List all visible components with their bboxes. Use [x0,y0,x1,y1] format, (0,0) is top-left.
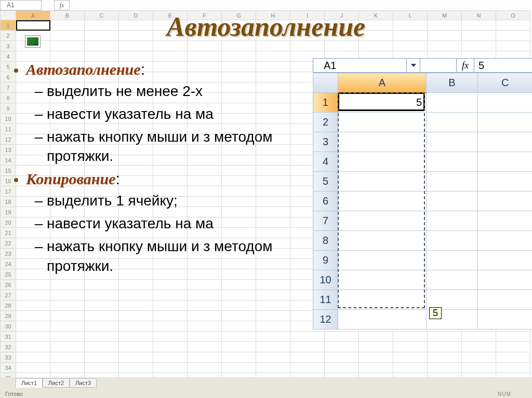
chevron-down-icon [411,64,416,67]
mini-cell[interactable] [338,172,427,191]
section-colon: : [141,61,145,78]
section-subitem: выделить 1 ячейку; [47,191,317,211]
mini-row-header[interactable]: 12 [313,310,338,330]
mini-row-header[interactable]: 10 [313,270,338,290]
mini-cell[interactable]: 5 [338,93,427,113]
mini-row-header[interactable]: 7 [313,211,338,231]
mini-row-header[interactable]: 2 [313,113,338,132]
slide-title: Автозаполнение [0,11,532,42]
mini-fx-label[interactable]: fx [457,59,474,72]
mini-col-header[interactable]: A [338,73,427,93]
mini-cell[interactable] [427,152,478,172]
mini-cell[interactable] [477,251,532,270]
mini-cell[interactable] [338,211,427,231]
section-subitem: нажать кнопку мыши и з методом протяжки. [47,127,317,167]
mini-cell[interactable] [338,290,427,310]
mini-row-header[interactable]: 8 [313,231,338,251]
section-heading: Копирование [26,170,115,187]
mini-col-header[interactable]: B [427,73,478,93]
section-subitem: нажать кнопку мыши и з методом протяжки. [47,237,317,276]
mini-name-box[interactable]: A1 [313,59,407,72]
mini-namebox-dropdown[interactable] [407,59,420,72]
mini-formula-value[interactable]: 5 [474,59,532,72]
mini-cell[interactable] [427,132,478,152]
mini-cell[interactable] [338,270,427,290]
mini-cell[interactable] [338,132,427,152]
mini-row-header[interactable]: 1 [313,93,338,113]
mini-cell[interactable] [427,270,478,290]
mini-row-header[interactable]: 5 [313,172,338,191]
section-colon: : [115,170,119,187]
mini-cell[interactable] [338,310,427,330]
mini-cell[interactable] [338,191,427,211]
mini-grid: ABC1523456789101112 [313,73,532,330]
mini-cell[interactable] [477,132,532,152]
mini-cell[interactable] [477,310,532,330]
mini-autofill-tooltip: 5 [429,307,442,319]
mini-row-header[interactable]: 3 [313,132,338,152]
mini-cell[interactable] [427,211,478,231]
section-subitem: навести указатель на ма [47,214,317,234]
excel-icon: X [25,35,41,48]
mini-cell[interactable] [338,152,427,172]
mini-row-header[interactable]: 4 [313,152,338,172]
mini-cell[interactable] [338,251,427,270]
mini-row-header[interactable]: 11 [313,290,338,310]
mini-cell[interactable] [427,172,478,191]
mini-cell[interactable] [427,93,478,113]
section-subitem: навести указатель на ма [47,104,317,124]
mini-cell[interactable] [427,113,478,132]
mini-spreadsheet: A1 fx 5 ABC1523456789101112 5 [313,58,532,330]
mini-cell[interactable] [477,231,532,251]
mini-cell[interactable] [477,113,532,132]
mini-cell[interactable] [427,231,478,251]
mini-cell[interactable] [477,191,532,211]
mini-formula-bar: A1 fx 5 [313,58,532,73]
mini-cell[interactable] [338,113,427,132]
mini-cell[interactable] [427,191,478,211]
mini-cell[interactable] [477,172,532,191]
mini-cell[interactable] [427,290,478,310]
section-heading: Автозаполнение [26,61,141,78]
mini-row-header[interactable]: 9 [313,251,338,270]
mini-cell[interactable] [477,211,532,231]
mini-row-header[interactable]: 6 [313,191,338,211]
mini-cell[interactable] [427,251,478,270]
mini-cell[interactable] [477,290,532,310]
section-subitem: выделить не менее 2-х [47,81,317,101]
mini-formula-gap [420,59,457,72]
mini-cell[interactable] [477,270,532,290]
excel-icon-letter: X [28,37,33,45]
mini-cell[interactable] [338,231,427,251]
slide-overlay: X Автозаполнение Автозаполнение:выделить… [0,0,532,398]
mini-col-header[interactable]: C [477,73,532,93]
mini-cell[interactable] [477,152,532,172]
mini-cell[interactable] [477,93,532,113]
